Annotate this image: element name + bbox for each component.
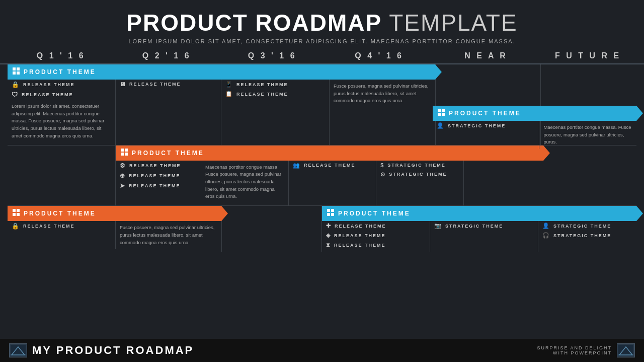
quarter-q1: Q 1 ' 1 6 [8,51,114,60]
footer-title: MY PRODUCT ROADMAP [32,344,194,357]
hourglass-icon: ⧗ [326,242,331,248]
theme1-q1: 🔒 RELEASE THEME 🛡 RELEASE THEME Lorem ip… [8,80,116,145]
theme3-span: PRODUCT THEME 🔒 RELEASE THEME Fusce posu… [8,206,221,252]
theme5-future: 👤 STRATEGIC THEME 🎧 STRATEGIC THEME [538,221,636,252]
theme5-near: 📷 STRATEGIC THEME [430,221,538,252]
svg-rect-7 [125,153,128,156]
theme4-label: PRODUCT THEME [449,110,521,117]
footer-left: MY PRODUCT ROADMAP [9,343,194,357]
theme3-arrow [221,206,228,221]
release-label: RELEASE THEME [129,173,181,178]
release-label: RELEASE THEME [22,92,73,97]
theme5-near-item1: 📷 STRATEGIC THEME [430,221,538,231]
theme2-near-item1: $ STRATEGIC THEME [376,161,463,170]
theme5-future-item1: 👤 STRATEGIC THEME [538,221,636,231]
theme3-q2-body: Fusce posuere, magna sed pulvinar ultric… [116,221,221,249]
header-subtitle: LOREM IPSUM DOLOR SIT AMET, CONSECTETUER… [0,38,644,44]
theme3-banner: PRODUCT THEME [8,206,221,221]
quarter-q4: Q 4 ' 1 6 [326,51,432,60]
person-icon2: 👤 [437,122,445,129]
svg-rect-11 [17,213,20,216]
theme5-span: PRODUCT THEME ✚ RELEASE THEME ◈ RELEASE … [322,206,636,252]
lock-icon2: 🔒 [12,223,20,230]
theme1-arrow [435,64,442,80]
theme5-arrow [636,206,643,221]
headphone-icon: 🎧 [542,232,550,239]
mobile-icon: 📱 [225,81,233,88]
strategic-label: STRATEGIC THEME [448,123,506,128]
svg-rect-14 [327,213,330,216]
theme5-q4-item2: ◈ RELEASE THEME [322,231,430,240]
svg-rect-9 [17,209,20,212]
header: PRODUCT ROADMAP TEMPLATE LOREM IPSUM DOL… [0,0,644,47]
theme5-future-item2: 🎧 STRATEGIC THEME [538,231,636,240]
theme5-q4-item3: ⧗ RELEASE THEME [322,240,430,250]
svg-rect-4 [121,149,124,152]
theme2-q4: 👥 RELEASE THEME [289,161,376,206]
theme2-near: $ STRATEGIC THEME ⊙ STRATEGIC THEME [376,161,464,206]
theme4-near: 👤 STRATEGIC THEME [433,121,539,149]
theme2-q3-body: Maecenas porttitor congue massa. Fusce p… [201,161,288,204]
release-label: RELEASE THEME [129,183,181,188]
strategic-label: STRATEGIC THEME [445,224,503,229]
theme1-content: 🔒 RELEASE THEME 🛡 RELEASE THEME Lorem ip… [8,80,435,145]
strategic-label: STRATEGIC THEME [553,224,611,229]
svg-rect-1 [17,67,20,70]
svg-rect-15 [331,213,334,216]
theme4-arrow [636,106,643,121]
theme5-q4: ✚ RELEASE THEME ◈ RELEASE THEME ⧗ RELEAS… [322,221,430,252]
theme4-span: PRODUCT THEME 👤 STRATEGIC THEME Maecenas… [433,106,636,149]
camera-icon: 📷 [434,223,442,229]
grid-icon [13,67,20,77]
theme-row-2: PRODUCT THEME ⚙ RELEASE THEME ⊕ RELEASE … [8,146,636,206]
theme3-q3-empty [221,206,322,252]
theme3-q2: Fusce posuere, magna sed pulvinar ultric… [116,221,221,249]
theme2-future-empty [464,161,543,206]
theme2-q2: ⚙ RELEASE THEME ⊕ RELEASE THEME ➤ RELEAS… [116,161,201,206]
theme1-q3: 📱 RELEASE THEME 📋 RELEASE THEME [221,80,330,145]
release-label: RELEASE THEME [23,82,75,87]
lock-icon: 🔒 [12,81,20,88]
quarters-row: Q 1 ' 1 6 Q 2 ' 1 6 Q 3 ' 1 6 Q 4 ' 1 6 … [0,47,644,64]
theme3-q1-item1: 🔒 RELEASE THEME [8,221,115,231]
theme4-banner: PRODUCT THEME [433,106,636,121]
theme1-banner: PRODUCT THEME [8,64,435,80]
roadmap-content: PRODUCT THEME 🔒 RELEASE THEME 🛡 [0,64,644,252]
quarter-near: N E A R [433,51,539,60]
person-icon: 👤 [542,223,550,229]
theme4-content: 👤 STRATEGIC THEME Maecenas porttitor con… [433,121,636,149]
svg-rect-19 [442,113,445,116]
quarter-future: F U T U R E [539,51,636,60]
theme1-q4-body: Fusce posuere, magna sed pulvinar ultric… [330,80,435,108]
theme1-q2: 🖥 RELEASE THEME [116,80,221,145]
theme2-q2-item3: ➤ RELEASE THEME [116,181,201,191]
grid-icon5 [327,209,334,218]
theme5-banner: PRODUCT THEME [322,206,636,221]
release-label: RELEASE THEME [335,224,386,229]
theme1-span: PRODUCT THEME 🔒 RELEASE THEME 🛡 [8,64,435,145]
footer-logo [9,343,27,357]
svg-rect-6 [121,153,124,156]
quarter-q3: Q 3 ' 1 6 [219,51,326,60]
theme4-future-body: Maecenas porttitor congue massa. Fusce p… [539,121,636,149]
gear-icon: ⚙ [120,162,126,169]
theme4-future: Maecenas porttitor congue massa. Fusce p… [539,121,636,149]
theme1-q4: Fusce posuere, magna sed pulvinar ultric… [330,80,435,145]
theme1-q3-item2: 📋 RELEASE THEME [221,89,329,99]
theme5-q4-item1: ✚ RELEASE THEME [322,221,430,231]
theme2-arrow [543,146,550,161]
theme4-near-item1: 👤 STRATEGIC THEME [433,121,539,130]
group-icon: 👥 [293,162,301,169]
theme5-label: PRODUCT THEME [338,210,411,217]
footer-right-line2: WITH POWERPOINT [537,350,612,355]
dollar-icon: $ [380,162,384,168]
theme2-q2-item1: ⚙ RELEASE THEME [116,161,201,171]
page-title: PRODUCT ROADMAP TEMPLATE [0,9,644,36]
grid-icon3 [13,209,20,218]
theme1-q1-body: Lorem ipsum dolor sit amet, consectetuer… [8,100,115,143]
svg-rect-2 [13,71,16,75]
svg-rect-0 [13,67,16,70]
theme3-q1: 🔒 RELEASE THEME [8,221,116,249]
footer: MY PRODUCT ROADMAP SURPRISE AND DELIGHT … [0,339,644,362]
footer-right-text: SURPRISE AND DELIGHT WITH POWERPOINT [537,345,612,355]
